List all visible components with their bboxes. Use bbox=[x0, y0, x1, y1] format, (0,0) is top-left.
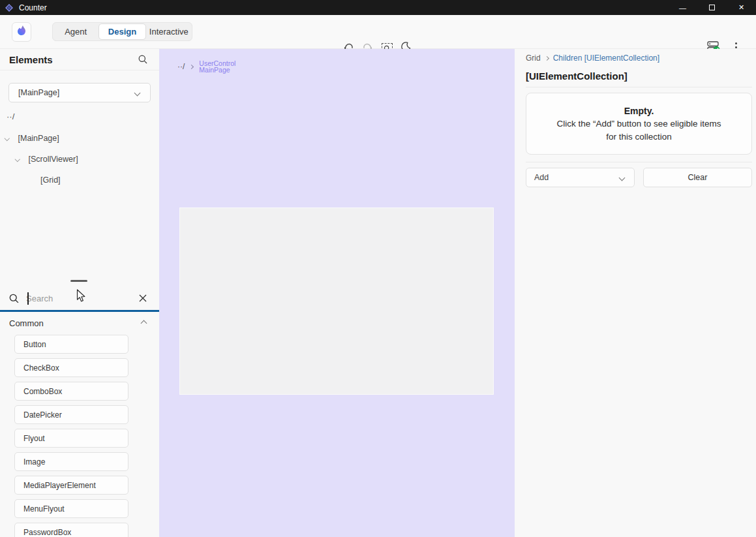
add-dropdown-label: Add bbox=[534, 173, 620, 182]
toolbox-item-checkbox[interactable]: CheckBox bbox=[14, 358, 129, 377]
toolbox-item-datepicker[interactable]: DatePicker bbox=[14, 405, 129, 424]
minimize-button[interactable]: — bbox=[668, 0, 697, 15]
breadcrumb-root[interactable]: ··/ bbox=[177, 62, 185, 71]
empty-title: Empty. bbox=[526, 104, 751, 117]
chevron-down-icon bbox=[619, 174, 626, 181]
empty-message-line1: Click the “Add” button to see eligible i… bbox=[526, 117, 751, 130]
panel-resize-handle[interactable] bbox=[70, 280, 87, 282]
mainpage-design-surface[interactable] bbox=[179, 207, 494, 395]
expander-chevron-icon[interactable] bbox=[5, 136, 10, 141]
toolbox-section-common[interactable]: Common bbox=[0, 316, 159, 330]
toolbox-item-menuflyout[interactable]: MenuFlyout bbox=[14, 499, 129, 518]
close-icon: ✕ bbox=[738, 3, 744, 12]
chevron-right-icon bbox=[189, 64, 194, 69]
tree-root-crumb[interactable]: ··/ bbox=[7, 112, 14, 121]
search-focus-underline bbox=[0, 310, 159, 312]
canvas-breadcrumb: ··/ UserControl MainPage bbox=[177, 60, 235, 73]
tree-item-label: [ScrollViewer] bbox=[29, 155, 78, 164]
close-button[interactable]: ✕ bbox=[727, 0, 756, 15]
tab-agent[interactable]: Agent bbox=[53, 23, 98, 40]
clear-button[interactable]: Clear bbox=[643, 168, 752, 187]
chevron-down-icon bbox=[134, 89, 141, 96]
empty-message-line2: for this collection bbox=[526, 130, 751, 144]
close-search-button[interactable] bbox=[134, 291, 151, 307]
text-caret bbox=[27, 292, 29, 305]
toolbox-item-flyout[interactable]: Flyout bbox=[14, 429, 129, 448]
tree-item-grid[interactable]: [Grid] bbox=[40, 174, 61, 187]
app-logo-icon bbox=[5, 3, 14, 12]
search-icon bbox=[138, 54, 148, 67]
design-canvas[interactable]: ··/ UserControl MainPage bbox=[159, 49, 515, 537]
tab-interactive[interactable]: Interactive bbox=[146, 23, 192, 40]
section-title: Common bbox=[9, 318, 142, 328]
toolbox-search-input[interactable] bbox=[26, 288, 130, 308]
breadcrumb-children-collection[interactable]: Children [UIElementCollection] bbox=[553, 54, 659, 63]
tab-design[interactable]: Design bbox=[98, 23, 145, 40]
collection-title: [UIElementCollection] bbox=[526, 70, 627, 82]
expander-chevron-icon[interactable] bbox=[15, 157, 20, 162]
chevron-up-icon bbox=[141, 320, 147, 326]
window-controls: — ✕ bbox=[668, 0, 756, 15]
flame-icon bbox=[16, 25, 27, 39]
page-selector-value: [MainPage] bbox=[18, 88, 135, 97]
search-icon bbox=[8, 293, 20, 307]
toolbox-item-image[interactable]: Image bbox=[14, 452, 129, 471]
elements-panel-header: Elements bbox=[0, 49, 159, 70]
window-title: Counter bbox=[19, 3, 47, 12]
maximize-icon bbox=[709, 5, 715, 10]
divider bbox=[526, 162, 752, 162]
property-breadcrumb: Grid Children [UIElementCollection] bbox=[526, 54, 659, 63]
tree-item-label: [Grid] bbox=[40, 176, 61, 185]
empty-collection-card: Empty. Click the “Add” button to see eli… bbox=[526, 93, 752, 155]
control-name-label: MainPage bbox=[199, 67, 235, 73]
mode-switcher: Agent Design Interactive bbox=[52, 22, 192, 41]
hot-design-flame-button[interactable] bbox=[12, 22, 31, 42]
breadcrumb-current[interactable]: UserControl MainPage bbox=[199, 60, 235, 73]
elements-search-button[interactable] bbox=[134, 52, 151, 68]
tree-item-label: [MainPage] bbox=[18, 134, 59, 143]
maximize-button[interactable] bbox=[697, 0, 727, 15]
toolbox-item-combobox[interactable]: ComboBox bbox=[14, 382, 129, 401]
elements-panel: Elements [MainPage] ··/ [MainPage] [Scro… bbox=[0, 49, 159, 537]
title-bar: Counter — ✕ bbox=[0, 0, 756, 15]
divider bbox=[526, 87, 752, 87]
toolbox-item-button[interactable]: Button bbox=[14, 335, 129, 354]
minimize-icon: — bbox=[679, 4, 686, 12]
page-selector-dropdown[interactable]: [MainPage] bbox=[8, 83, 151, 102]
tree-item-scrollviewer[interactable]: [ScrollViewer] bbox=[16, 153, 78, 166]
tree-item-mainpage[interactable]: [MainPage] bbox=[5, 132, 59, 145]
close-icon bbox=[138, 294, 147, 305]
add-dropdown[interactable]: Add bbox=[526, 168, 635, 187]
toolbox-item-mediaplayerelement[interactable]: MediaPlayerElement bbox=[14, 476, 129, 495]
toolbox-search-row bbox=[0, 286, 159, 311]
toolbar: Agent Design Interactive bbox=[0, 15, 756, 49]
properties-panel: Grid Children [UIElementCollection] [UIE… bbox=[515, 49, 756, 537]
breadcrumb-grid[interactable]: Grid bbox=[526, 54, 541, 63]
toolbox-item-passwordbox[interactable]: PasswordBox bbox=[14, 523, 129, 537]
elements-panel-title: Elements bbox=[9, 54, 53, 65]
chevron-right-icon bbox=[545, 55, 549, 60]
